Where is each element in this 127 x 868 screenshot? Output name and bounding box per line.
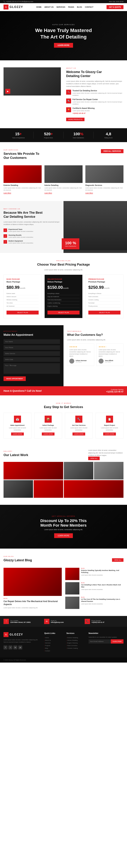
learn-more-3[interactable]: Learn More [85, 192, 93, 194]
services-list: 🔧 Trusted Car Detailing Service Lorem ip… [66, 90, 124, 114]
footer-about-text: Lorem ipsum dolor sit amet, consectetur … [3, 639, 41, 643]
footer-svc-3[interactable]: Engine Cleaning [66, 642, 85, 644]
footer-svc-4[interactable]: Paint Correction [66, 644, 85, 647]
blog-item-text-3: Lorem ipsum dolor sit amet consectetur. [81, 603, 124, 605]
test-text-2: Lorem ipsum dolor sit amet, consectetur … [99, 349, 121, 357]
apt-service-input[interactable] [3, 351, 60, 356]
footer-svc-5[interactable]: Ceramic Coating [66, 647, 85, 650]
footer-logo: G GLOZZY [3, 632, 41, 637]
hero-cta-button[interactable]: LEARN MORE [54, 43, 73, 48]
pricing-section: PRICING PLAN Choose Your Best Pricing Pa… [0, 253, 127, 325]
work-view-btn[interactable]: VIEW ALL [88, 457, 100, 460]
welcome-title: Welcome To Glozzy CarDetailing Center [66, 70, 124, 78]
footer-quick-links: Quick Links Home About Us Services Proje… [44, 632, 63, 652]
blog-main-post: BLOG Car Repair Delves Into The Mechanic… [3, 568, 62, 609]
step-btn-4[interactable]: LEARN MORE [103, 433, 116, 435]
testimonial-2: ★★★★☆ Lorem ipsum dolor sit amet, consec… [96, 343, 124, 366]
step-text-2: Lorem ipsum dolor sit amet consectetur. [36, 427, 60, 431]
feature-item: Clay bar treatment [47, 295, 80, 298]
discount-text: Lorem ipsum dolor sit amet, consectetur … [3, 529, 124, 530]
footer-ql-services[interactable]: Services [44, 642, 63, 644]
test-author-1: Urban Herman Car Owner [69, 359, 92, 364]
feature-check-3: ✓ [3, 240, 7, 244]
apt-submit-button[interactable]: MAKE APPOINTMENT [3, 376, 26, 381]
stat-num-2: 520+ [33, 132, 63, 136]
footer-ql-projects[interactable]: Projects [44, 644, 63, 647]
step-icon-1: 📅 [14, 415, 21, 423]
discount-btn[interactable]: LEARN MORE [54, 533, 73, 538]
step-btn-1[interactable]: LEARN MORE [11, 433, 24, 435]
pricing-btn-premium[interactable]: SELECT PLAN [88, 311, 121, 314]
nav-services[interactable]: SERVICES [56, 6, 65, 8]
blog-item-title-1: Exterior Detailing Typically Involves Wa… [81, 569, 124, 574]
nav-blog[interactable]: BLOG [77, 6, 82, 8]
step-3: 🔧 Get Your Services Lorem ipsum dolor si… [65, 413, 93, 438]
gallery-right-col [64, 462, 124, 498]
welcome-section: ▶ ABOUT US Welcome To Glozzy CarDetailin… [0, 60, 127, 128]
blog-item-content-3: BLOG At The Core Of The Car Detailing Co… [81, 597, 124, 609]
service-card-img-2 [45, 165, 82, 183]
gallery-img-3 [34, 480, 63, 498]
blog-section: OUR BLOG Glozzy Latest Blog VIEW ALL BLO… [0, 549, 127, 616]
pricing-btn-basic[interactable]: SELECT PLAN [6, 311, 39, 314]
nav-pages[interactable]: PAGES [68, 6, 74, 8]
call-banner: Have A Questions? Call Us Now! Customer … [0, 386, 127, 395]
newsletter-input[interactable] [88, 639, 111, 644]
play-button[interactable]: ▶ [5, 89, 10, 94]
learn-more-2[interactable]: Learn More [45, 192, 52, 194]
more-products-button[interactable]: MORE PRODUCTS [66, 118, 84, 121]
step-btn-2[interactable]: LEARN MORE [42, 433, 55, 435]
feature-item: Window cleaning [6, 298, 39, 302]
pricing-title: Choose Your Best Pricing Package [3, 262, 124, 267]
footer-location: 📍 Our Location 1234 Main Street, NY 1000… [3, 619, 42, 624]
gallery-img-6 [64, 480, 124, 498]
service-title-1: Trusted Car Detailing Service [73, 90, 124, 92]
learn-more-1[interactable]: Learn More [3, 192, 11, 194]
step-title-4: Report Project [98, 425, 122, 426]
apt-date-input[interactable] [3, 357, 60, 362]
feature-item: Everything in Deluxe [88, 292, 121, 295]
stars-1: ★★★★★ [69, 346, 92, 348]
footer-svc-2[interactable]: Interior Detailing [66, 639, 85, 642]
footer-ql-about[interactable]: About Us [44, 639, 63, 642]
nav-menu: HOME ABOUT US SERVICES PAGES BLOG CONTAC… [36, 6, 93, 8]
footer-ql-list: Home About Us Services Projects Blog Con… [44, 637, 63, 652]
social-twitter[interactable]: t [8, 646, 12, 649]
satisfaction-label: Client Satisfaction [65, 245, 76, 247]
pricing-btn-deluxe[interactable]: SELECT PLAN [47, 311, 80, 314]
blog-label: OUR BLOG [3, 556, 32, 557]
service-item-1: 🔧 Trusted Car Detailing Service Lorem ip… [66, 90, 124, 96]
feature-item: Full detail [88, 302, 121, 305]
blog-main-title: Car Repair Delves Into The Mechanical An… [3, 600, 62, 606]
service-card-title-3: Diagnostic Services [85, 184, 124, 186]
blog-view-btn[interactable]: VIEW ALL [112, 558, 124, 562]
services-section: OUR SERVICES Services We Provide ToOur C… [0, 142, 127, 201]
step-icon-2: 📦 [45, 415, 52, 423]
steps-grid: 📅 Make Appointment Lorem ipsum dolor sit… [3, 413, 124, 438]
social-linkedin[interactable]: in [14, 646, 17, 649]
stat-label-4: Rating Score [94, 137, 124, 138]
nav-contact[interactable]: CONTACT [85, 6, 93, 8]
nav-home[interactable]: HOME [36, 6, 42, 8]
footer-copyright: © 2024 Glozzy. All Rights Reserved. [3, 659, 26, 661]
hero-content: AUTO CAR SERVICES We Have Truly Mastered… [35, 24, 92, 48]
apt-name-input[interactable] [3, 339, 60, 344]
step-btn-3[interactable]: LEARN MORE [73, 433, 85, 435]
footer-ql-home[interactable]: Home [44, 637, 63, 639]
newsletter-btn[interactable]: SUBSCRIBE [111, 639, 124, 644]
social-facebook[interactable]: f [3, 646, 7, 649]
footer-ql-contact[interactable]: Contact [44, 650, 63, 652]
hero-sublabel: AUTO CAR SERVICES [35, 24, 92, 26]
apt-phone-input[interactable] [3, 345, 60, 350]
step-icon-4: 📋 [106, 415, 113, 423]
apt-message-input[interactable] [3, 363, 60, 374]
pricing-grid: Basic Package Basic Package $80.99/month… [3, 275, 124, 318]
view-all-services-button[interactable]: VIEW ALL SERVICES [101, 149, 124, 153]
nav-about[interactable]: ABOUT US [44, 6, 53, 8]
footer-svc-1[interactable]: Exterior Detailing [66, 637, 85, 639]
social-youtube[interactable]: yt [18, 646, 22, 649]
footer-ql-blog[interactable]: Blog [44, 647, 63, 650]
footer-logo-icon: G [3, 632, 8, 637]
nav-cta-button[interactable]: GET A QUOTE [106, 5, 124, 9]
fc-label-2: Email Us [51, 620, 64, 621]
